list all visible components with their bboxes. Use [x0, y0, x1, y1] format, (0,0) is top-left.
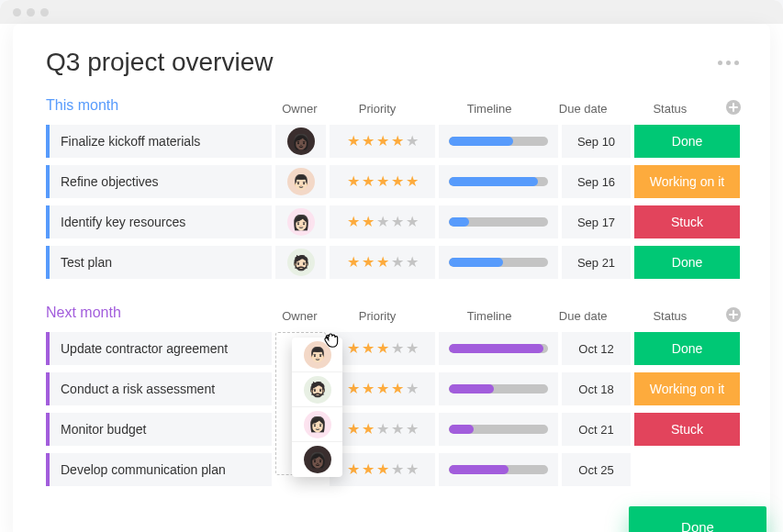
timeline-cell[interactable] [439, 165, 558, 198]
priority-stars[interactable]: ★★★★★ [347, 215, 419, 229]
timeline-track [449, 137, 548, 146]
avatar[interactable]: 👩🏿 [304, 446, 331, 473]
duedate-cell[interactable]: Oct 12 [562, 332, 631, 365]
priority-cell[interactable]: ★★★★★ [330, 246, 435, 279]
status-cell[interactable] [634, 453, 740, 486]
star-icon: ★ [362, 255, 375, 270]
status-cell[interactable]: Stuck [634, 205, 740, 238]
priority-stars[interactable]: ★★★★★ [347, 422, 419, 437]
priority-cell[interactable]: ★★★★★ [330, 205, 435, 238]
timeline-cell[interactable] [439, 453, 558, 486]
avatar[interactable]: 👩🏻 [287, 208, 315, 236]
column-header-owner[interactable]: Owner [274, 309, 325, 323]
star-icon: ★ [406, 341, 419, 356]
column-header-duedate[interactable]: Due date [549, 309, 618, 323]
column-header-status[interactable]: Status [618, 102, 723, 116]
star-icon: ★ [376, 215, 389, 229]
duedate-cell[interactable]: Oct 21 [562, 413, 631, 446]
group-title[interactable]: Next month [46, 305, 274, 323]
group-title[interactable]: This month [46, 97, 274, 116]
star-icon: ★ [347, 215, 360, 229]
status-cell[interactable]: Working on it [634, 372, 740, 405]
priority-stars[interactable]: ★★★★★ [347, 462, 419, 477]
table-row[interactable]: Refine objectives👨🏻★★★★★ Sep 16Working o… [46, 163, 744, 200]
table-row[interactable]: Update contractor agreement👨🏻🧔🏻👩🏻👩🏿 ★★★★… [46, 330, 744, 367]
star-icon: ★ [406, 174, 419, 189]
priority-cell[interactable]: ★★★★★ [330, 332, 435, 365]
duedate-cell[interactable]: Sep 10 [562, 125, 631, 158]
add-column-icon[interactable] [722, 99, 744, 116]
table-row[interactable]: Finalize kickoff materials👩🏿★★★★★ Sep 10… [46, 123, 744, 160]
table-row[interactable]: Monitor budget★★★★★ Oct 21Stuck [46, 411, 744, 448]
owner-cell[interactable]: 👩🏿 [275, 125, 326, 158]
priority-stars[interactable]: ★★★★★ [347, 255, 419, 270]
owner-drag-stack[interactable]: 👨🏻🧔🏻👩🏻👩🏿 [292, 338, 342, 477]
timeline-cell[interactable] [439, 125, 558, 158]
status-cell[interactable]: Stuck [634, 413, 740, 446]
timeline-cell[interactable] [439, 332, 558, 365]
avatar[interactable]: 👨🏻 [287, 168, 315, 195]
priority-stars[interactable]: ★★★★★ [347, 134, 419, 149]
column-header-duedate[interactable]: Due date [549, 102, 618, 116]
task-name-cell[interactable]: Monitor budget [46, 413, 272, 446]
owner-cell[interactable]: 👨🏻 [275, 165, 326, 198]
task-name-cell[interactable]: Identify key resources [46, 205, 272, 238]
table-row[interactable]: Identify key resources👩🏻★★★★★ Sep 17Stuc… [46, 204, 744, 240]
priority-stars[interactable]: ★★★★★ [347, 174, 419, 189]
task-name-cell[interactable]: Finalize kickoff materials [46, 125, 272, 158]
task-name-cell[interactable]: Conduct a risk assessment [46, 372, 272, 405]
owner-cell[interactable]: 👩🏻 [275, 205, 326, 238]
more-options-icon[interactable] [712, 55, 744, 71]
priority-cell[interactable]: ★★★★★ [330, 453, 435, 486]
avatar[interactable]: 👩🏿 [287, 127, 315, 155]
table-row[interactable]: Test plan🧔🏻★★★★★ Sep 21Done [46, 244, 744, 281]
task-name-cell[interactable]: Develop communication plan [46, 453, 272, 486]
column-header-owner[interactable]: Owner [274, 102, 325, 116]
task-name-cell[interactable]: Update contractor agreement [46, 332, 272, 365]
column-header-status[interactable]: Status [618, 309, 723, 323]
star-icon: ★ [347, 341, 360, 356]
star-icon: ★ [391, 174, 404, 189]
star-icon: ★ [406, 255, 419, 270]
priority-stars[interactable]: ★★★★★ [347, 382, 419, 396]
status-cell[interactable]: Done [634, 246, 740, 279]
priority-cell[interactable]: ★★★★★ [330, 125, 435, 158]
status-cell[interactable]: Done [634, 125, 740, 158]
column-header-priority[interactable]: Priority [325, 102, 431, 116]
duedate-cell[interactable]: Sep 21 [562, 246, 631, 279]
duedate-cell[interactable]: Oct 25 [562, 453, 631, 486]
star-icon: ★ [406, 382, 419, 396]
column-header-timeline[interactable]: Timeline [430, 309, 548, 323]
priority-cell[interactable]: ★★★★★ [330, 165, 435, 198]
add-column-icon[interactable] [722, 306, 744, 323]
window-dot [40, 8, 49, 17]
table-row[interactable]: Conduct a risk assessment★★★★★ Oct 18Wor… [46, 371, 744, 407]
priority-cell[interactable]: ★★★★★ [330, 372, 435, 405]
column-header-timeline[interactable]: Timeline [430, 102, 548, 116]
star-icon: ★ [406, 422, 419, 437]
status-chip-done-floating[interactable]: Done [629, 506, 766, 532]
task-name-cell[interactable]: Test plan [46, 246, 272, 279]
duedate-cell[interactable]: Sep 16 [562, 165, 631, 198]
duedate-cell[interactable]: Oct 18 [562, 372, 631, 405]
task-name-cell[interactable]: Refine objectives [46, 165, 272, 198]
timeline-cell[interactable] [439, 372, 558, 405]
timeline-cell[interactable] [439, 205, 558, 238]
avatar[interactable]: 👩🏻 [304, 411, 331, 438]
status-cell[interactable]: Done [634, 332, 740, 365]
star-icon: ★ [376, 462, 389, 477]
status-cell[interactable]: Working on it [634, 165, 740, 198]
priority-stars[interactable]: ★★★★★ [347, 341, 419, 356]
avatar[interactable]: 🧔🏻 [287, 249, 315, 276]
star-icon: ★ [406, 215, 419, 229]
star-icon: ★ [362, 174, 375, 189]
column-header-priority[interactable]: Priority [325, 309, 431, 323]
avatar[interactable]: 🧔🏻 [304, 376, 331, 404]
star-icon: ★ [406, 462, 419, 477]
duedate-cell[interactable]: Sep 17 [562, 205, 631, 238]
timeline-cell[interactable] [439, 246, 558, 279]
owner-cell[interactable]: 🧔🏻 [275, 246, 326, 279]
timeline-cell[interactable] [439, 413, 558, 446]
priority-cell[interactable]: ★★★★★ [330, 413, 435, 446]
table-row[interactable]: Develop communication plan★★★★★ Oct 25 [46, 451, 744, 488]
